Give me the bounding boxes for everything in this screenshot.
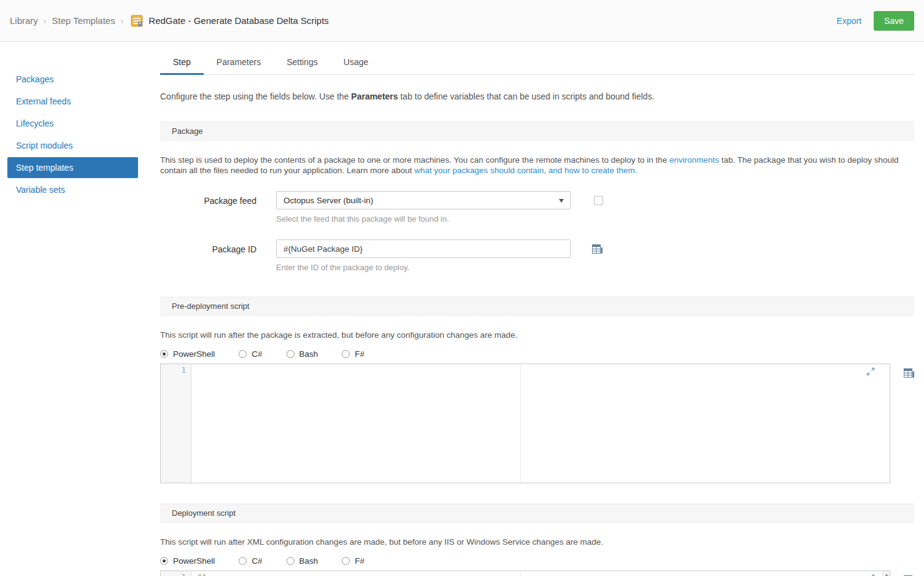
environments-link[interactable]: environments: [669, 155, 719, 165]
sidebar: Packages External feeds Lifecycles Scrip…: [0, 42, 160, 576]
package-description: This step is used to deploy the contents…: [160, 155, 914, 176]
package-feed-label: Package feed: [160, 191, 256, 224]
package-id-label: Package ID: [160, 239, 256, 272]
intro-text: Configure the step using the fields belo…: [160, 91, 914, 101]
radio-icon: [160, 557, 168, 565]
intro-parameters-bold: Parameters: [351, 91, 398, 101]
radio-bash[interactable]: Bash: [287, 349, 318, 359]
sidebar-item-lifecycles[interactable]: Lifecycles: [7, 113, 138, 134]
package-id-help: Enter the ID of the package to deploy.: [276, 263, 603, 272]
radio-icon: [160, 350, 168, 358]
package-id-input[interactable]: [276, 239, 571, 258]
radio-fsharp[interactable]: F#: [342, 349, 364, 359]
packages-help-link[interactable]: what your packages should contain, and h…: [414, 166, 637, 175]
radio-powershell[interactable]: PowerShell: [160, 556, 215, 566]
editor-gutter: 1: [161, 364, 191, 483]
chevron-down-icon: [559, 199, 564, 203]
tab-usage[interactable]: Usage: [331, 50, 381, 74]
editor-code-area[interactable]: ## -------------------------------------…: [191, 571, 890, 576]
pre-deployment-description: This script will run after the package i…: [160, 330, 914, 340]
pre-deployment-language-radios: PowerShell C# Bash F#: [160, 349, 914, 359]
radio-bash[interactable]: Bash: [287, 556, 318, 566]
breadcrumb-library[interactable]: Library: [10, 15, 38, 26]
deployment-language-radios: PowerShell C# Bash F#: [160, 556, 914, 566]
scroll-up-icon[interactable]: [884, 574, 889, 576]
editor-vertical-scrollbar[interactable]: [882, 571, 890, 576]
sidebar-item-external-feeds[interactable]: External feeds: [7, 91, 138, 112]
radio-csharp[interactable]: C#: [239, 349, 262, 359]
expand-editor-icon[interactable]: [866, 367, 875, 378]
radio-icon: [287, 557, 295, 565]
section-header-deployment-script: Deployment script: [160, 504, 914, 523]
editor-gutter: 1 2 3 4 5: [161, 571, 191, 576]
insert-variable-icon[interactable]: [592, 244, 603, 254]
breadcrumb-separator: ›: [121, 16, 124, 26]
sidebar-item-step-templates[interactable]: Step templates: [7, 157, 138, 178]
top-bar: Library › Step Templates › RedGate - Gen…: [0, 0, 924, 42]
package-id-row: Package ID Enter t: [160, 239, 914, 272]
tab-step[interactable]: Step: [160, 50, 204, 74]
section-header-pre-deployment-script: Pre-deployment script: [160, 297, 914, 316]
sidebar-item-variable-sets[interactable]: Variable sets: [7, 179, 138, 200]
radio-icon: [287, 350, 295, 358]
package-feed-help: Select the feed that this package will b…: [276, 214, 603, 224]
package-feed-select[interactable]: Octopus Server (built-in): [276, 191, 571, 209]
radio-icon: [239, 557, 247, 565]
print-margin-ruler: [520, 364, 521, 483]
package-feed-checkbox[interactable]: [594, 196, 603, 205]
radio-csharp[interactable]: C#: [239, 556, 262, 566]
sidebar-item-script-modules[interactable]: Script modules: [7, 135, 138, 156]
deployment-description: This script will run after XML configura…: [160, 537, 914, 547]
radio-icon: [239, 350, 247, 358]
tab-settings[interactable]: Settings: [274, 50, 331, 74]
tab-bar: Step Parameters Settings Usage: [160, 50, 914, 75]
print-margin-ruler: [520, 571, 521, 576]
package-feed-row: Package feed Octopus Server (built-in) S…: [160, 191, 914, 224]
radio-fsharp[interactable]: F#: [342, 556, 364, 566]
save-button[interactable]: Save: [874, 11, 914, 31]
main-content: Step Parameters Settings Usage Configure…: [160, 42, 924, 576]
section-header-package: Package: [160, 122, 914, 141]
editor-code-area[interactable]: [191, 364, 890, 483]
radio-powershell[interactable]: PowerShell: [160, 349, 215, 359]
tab-parameters[interactable]: Parameters: [204, 50, 274, 74]
breadcrumb-separator: ›: [44, 16, 47, 26]
insert-variable-icon[interactable]: [904, 368, 914, 378]
step-template-icon: [130, 14, 144, 28]
sidebar-item-packages[interactable]: Packages: [7, 69, 138, 90]
radio-icon: [342, 350, 350, 358]
page-title: RedGate - Generate Database Delta Script…: [148, 15, 328, 26]
breadcrumb-step-templates[interactable]: Step Templates: [52, 15, 115, 26]
pre-deployment-script-editor[interactable]: 1: [160, 364, 890, 483]
deployment-script-editor[interactable]: 1 2 3 4 5 ## ---------------------------…: [160, 570, 890, 576]
export-link[interactable]: Export: [837, 16, 861, 26]
radio-icon: [342, 557, 350, 565]
